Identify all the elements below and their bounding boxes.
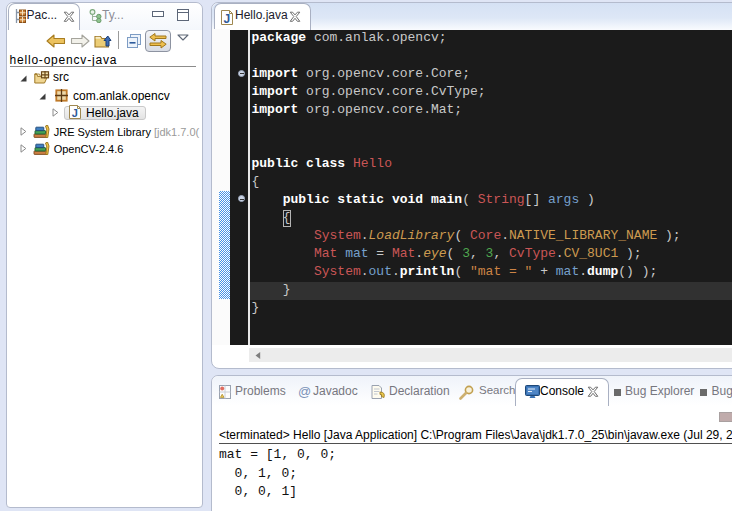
svg-text:J: J xyxy=(224,11,231,25)
svg-text:J: J xyxy=(72,107,78,119)
